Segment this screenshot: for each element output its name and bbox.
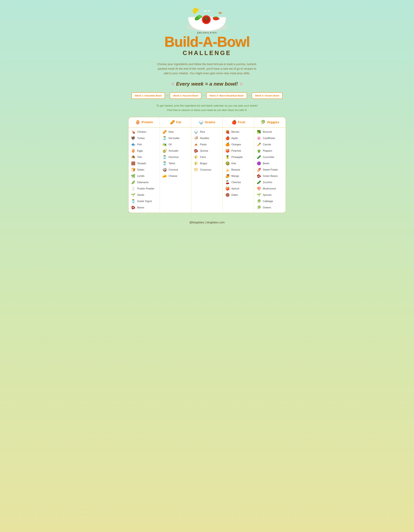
food-label: Bulgur [200,162,207,165]
header-icon-fruit: 🍎 [231,120,237,125]
food-icon: 🍝 [194,142,198,147]
food-item: 🐟Fish [128,141,160,148]
week3-button[interactable]: Week 3: Warm Breakfast Bowl [206,92,247,99]
food-item: 🍝Pasta [191,141,222,148]
food-item: 🍠Sweet Potato [254,167,286,173]
footer: @blogilates | blogilates.com [0,218,414,227]
food-item: 🍞Seitan [128,167,160,173]
food-label: Nuts [169,131,174,133]
food-icon: 🥜 [162,130,167,134]
food-icon: 🌱 [131,193,136,197]
sub-title: CHALLENGE [183,50,231,57]
food-icon: 🌾 [194,155,198,159]
food-item: 🥑Avocado [160,148,191,154]
food-label: Chicken [137,131,146,133]
food-label: Broccoli [263,131,272,133]
food-item: 🥦Broccoli [254,129,286,135]
food-item: 🧆Tofu [128,154,160,160]
food-item: 🍌Banana [223,167,254,173]
deco-right: ✿ [240,82,243,86]
food-icon: 🥦 [256,130,261,134]
food-icon: 🌱 [256,193,261,197]
header-label-grains: Grains [205,120,215,124]
food-label: Avocado [169,149,178,152]
food-icon: 🍜 [194,136,198,140]
food-icon: 🥝 [225,162,230,165]
food-item: 🌱Seeds [128,192,160,198]
food-item: 🥜Nuts [160,129,191,135]
food-item: 🫙Greek Yogurt [128,198,160,204]
food-icon: 🥒 [256,180,261,184]
arrow-2: → [202,94,206,97]
food-icon: 🥭 [225,174,230,178]
food-label: Fish [137,143,142,146]
food-label: Quinoa [200,149,208,152]
food-item: 🫘Beans [128,204,160,211]
week1-button[interactable]: Week 1: Smoothie Bowl [131,92,165,99]
food-icon: 🥕 [256,142,261,147]
food-item: 🫘Green Beans [254,173,286,179]
food-icon: 🫘 [131,206,136,210]
food-label: Tahini [169,162,175,165]
food-icon: 🍚 [194,130,198,134]
main-title: Build-A-Bowl [164,35,250,49]
food-label: Seitan [137,168,144,171]
food-item: 🍒Cherries [223,179,254,186]
weekly-label: Every week = a new bowl! [176,81,238,87]
food-item: 🥒Zucchini [254,179,286,186]
food-icon: 🌕 [194,168,198,172]
food-label: Tofu [137,156,142,159]
svg-point-3 [205,17,207,20]
food-item: 🥛Protein Powder [128,186,160,192]
food-item: 🥬Cabbage [254,198,286,204]
food-icon: 🍑 [225,187,230,191]
food-label: Oil [169,143,172,146]
body-fruit: 🍓Berries🍎Apple🍊Oranges🍑Peaches🍍Pineapple… [223,128,254,213]
food-label: Tempeh [137,162,146,165]
food-label: Farro [200,156,206,159]
food-label: Apple [231,137,238,140]
food-item: 🌾Farro [191,154,222,160]
week4-button[interactable]: Week 4: Greens Bowl [252,92,283,99]
food-icon: 🍓 [225,130,230,134]
food-item: 🫙Tahini [160,160,191,167]
food-icon: 🫒 [162,142,167,147]
food-label: Oranges [231,143,241,146]
food-item: 🍊Oranges [223,141,254,148]
deco-left: ✿ [171,82,174,86]
food-item: 🌱Sprouts [254,192,286,198]
food-icon: 🧀 [162,174,167,178]
food-label: Beans [137,206,144,209]
food-icon: 🥒 [256,155,261,159]
food-label: Seeds [137,194,144,196]
food-label: Sweet Potato [263,168,278,171]
food-icon: 🌿 [131,174,136,178]
food-item: 🫙Hummus [160,154,191,160]
food-label: Green Beans [263,175,278,178]
food-item: 🍄Mushrooms [254,186,286,192]
food-item: 🦃Turkey [128,135,160,141]
food-icon: 🍠 [256,168,261,172]
header-label-protein: Protein [142,120,153,124]
food-label: Cauliflower [263,137,275,140]
food-label: Turkey [137,137,145,140]
food-icon: 🌸 [256,136,261,140]
header-icon-veggies: 🥬 [260,120,265,125]
arrow-1: → [165,94,170,97]
food-label: Eggs [137,149,143,152]
header-label-fruit: Fruit [238,120,245,124]
food-item: 🌸Cauliflower [254,135,286,141]
instruction-text: To get started, print the ingredient lis… [152,104,262,112]
food-label: Cucumber [263,156,274,159]
food-item: 🍎Apple [223,135,254,141]
header-label-veggies: Veggies [267,120,279,124]
food-item: 🟫Tempeh [128,160,160,167]
food-icon: 🍗 [131,130,136,134]
food-icon: 🥛 [131,187,136,191]
week2-button[interactable]: Week 2: Nourish Bowl [170,92,202,99]
description-text: Choose your ingredients and follow the b… [154,62,261,76]
food-icon: 🍞 [131,168,136,172]
food-icon: 🥥 [162,168,167,172]
header-fruit: 🍎Fruit [223,117,254,127]
food-label: Cherries [231,181,241,184]
